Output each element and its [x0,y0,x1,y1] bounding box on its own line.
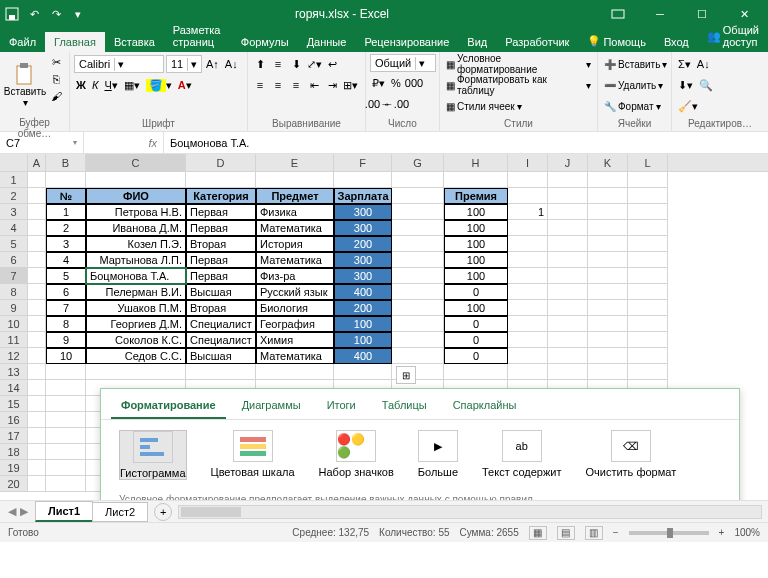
cut-icon[interactable]: ✂ [48,54,64,70]
currency-icon[interactable]: ₽▾ [370,75,386,91]
table-cell-n[interactable]: 1 [46,204,86,220]
cell[interactable] [548,204,588,220]
qa-item-more[interactable]: ▶Больше [418,430,458,480]
table-cell-fio[interactable]: Мартынова Л.П. [86,252,186,268]
align-top-icon[interactable]: ⬆ [252,56,268,72]
col-header-F[interactable]: F [334,154,392,171]
cell[interactable] [28,412,46,428]
table-cell-cat[interactable]: Вторая [186,236,256,252]
qa-tab-tables[interactable]: Таблицы [372,393,437,419]
cell[interactable] [392,220,444,236]
align-right-icon[interactable]: ≡ [288,77,304,93]
table-cell-cat[interactable]: Специалист [186,316,256,332]
cell[interactable] [628,268,668,284]
qa-item-clear[interactable]: ⌫Очистить формат [585,430,676,480]
sort-filter-icon[interactable]: A↓ [695,56,712,72]
table-header-bonus[interactable]: Премия [444,188,508,204]
cell[interactable] [588,348,628,364]
cell[interactable] [28,284,46,300]
cell[interactable] [628,204,668,220]
cell[interactable] [628,188,668,204]
paste-button[interactable]: Вставить▾ [4,54,46,116]
cell[interactable] [28,380,46,396]
cell[interactable] [28,188,46,204]
cell[interactable] [392,316,444,332]
cell[interactable] [334,172,392,188]
cell[interactable] [46,412,86,428]
qat-dropdown-icon[interactable]: ▾ [70,6,86,22]
table-cell-cat[interactable]: Первая [186,220,256,236]
table-cell-subj[interactable]: Химия [256,332,334,348]
table-cell-bonus[interactable]: 100 [444,220,508,236]
qa-tab-charts[interactable]: Диаграммы [232,393,311,419]
cell[interactable] [508,300,548,316]
row-header-2[interactable]: 2 [0,188,28,204]
table-cell-subj[interactable]: История [256,236,334,252]
dec-decimal-icon[interactable]: ←.00 [388,96,404,112]
qa-tab-totals[interactable]: Итоги [317,393,366,419]
row-header-8[interactable]: 8 [0,284,28,300]
col-header-H[interactable]: H [444,154,508,171]
cell[interactable] [548,348,588,364]
table-cell-subj[interactable]: Математика [256,252,334,268]
col-header-J[interactable]: J [548,154,588,171]
minimize-button[interactable]: ─ [640,0,680,28]
qa-item-databars[interactable]: Гистограмма [119,430,187,480]
cell[interactable] [392,252,444,268]
cell[interactable] [392,204,444,220]
cell[interactable] [628,284,668,300]
cell[interactable] [508,268,548,284]
tab-home[interactable]: Главная [45,32,105,52]
cell[interactable] [444,172,508,188]
cell[interactable] [256,172,334,188]
align-left-icon[interactable]: ≡ [252,77,268,93]
row-header-1[interactable]: 1 [0,172,28,188]
table-cell-sal[interactable]: 100 [334,332,392,348]
table-cell-bonus[interactable]: 100 [444,252,508,268]
number-format-combo[interactable]: Общий▾ [370,54,436,72]
table-cell-bonus[interactable]: 100 [444,204,508,220]
select-all-corner[interactable] [0,154,28,171]
cell[interactable] [46,364,86,380]
table-cell-fio[interactable]: Георгиев Д.М. [86,316,186,332]
horizontal-scrollbar[interactable] [178,505,762,519]
table-cell-bonus[interactable]: 0 [444,348,508,364]
cell[interactable] [588,252,628,268]
table-cell-sal[interactable]: 400 [334,348,392,364]
cell[interactable] [392,284,444,300]
table-header-sal[interactable]: Зарплата [334,188,392,204]
row-header-18[interactable]: 18 [0,444,28,460]
col-header-I[interactable]: I [508,154,548,171]
cell[interactable] [28,476,46,492]
col-header-B[interactable]: B [46,154,86,171]
qa-tab-formatting[interactable]: Форматирование [111,393,226,419]
cell[interactable] [588,268,628,284]
underline-button[interactable]: Ч▾ [102,77,119,94]
col-header-C[interactable]: C [86,154,186,171]
merge-icon[interactable]: ⊞▾ [342,77,358,93]
cell[interactable] [548,188,588,204]
sheet-tab-2[interactable]: Лист2 [92,502,148,522]
font-color-button[interactable]: А▾ [176,77,194,94]
table-cell-sal[interactable]: 200 [334,300,392,316]
table-cell-sal[interactable]: 400 [334,284,392,300]
fx-icon[interactable]: fx [148,137,157,149]
col-header-D[interactable]: D [186,154,256,171]
row-header-3[interactable]: 3 [0,204,28,220]
cell-styles-button[interactable]: ▦ Стили ячеек▾ [444,96,524,116]
tab-developer[interactable]: Разработчик [496,32,578,52]
cell[interactable] [392,300,444,316]
cell[interactable] [508,252,548,268]
cell[interactable] [508,236,548,252]
find-icon[interactable]: 🔍 [697,77,715,94]
table-cell-n[interactable]: 8 [46,316,86,332]
cell[interactable] [588,316,628,332]
table-cell-bonus[interactable]: 100 [444,236,508,252]
table-cell-subj[interactable]: Математика [256,348,334,364]
cell[interactable] [628,252,668,268]
table-cell-n[interactable]: 5 [46,268,86,284]
cell[interactable] [508,188,548,204]
tab-review[interactable]: Рецензирование [355,32,458,52]
row-header-7[interactable]: 7 [0,268,28,284]
table-cell-bonus[interactable]: 0 [444,284,508,300]
